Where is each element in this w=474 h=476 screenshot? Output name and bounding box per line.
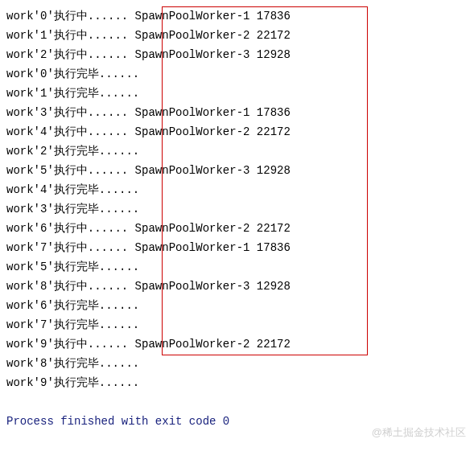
console-output: work'0'执行中...... SpawnPoolWorker-1 17836… xyxy=(6,6,468,431)
line-prefix: work'2'执行中...... xyxy=(6,48,128,61)
line-worker: SpawnPoolWorker-2 22172 xyxy=(128,125,291,138)
line-worker: SpawnPoolWorker-3 12928 xyxy=(128,164,291,177)
console-line: work'7'执行完毕...... xyxy=(6,315,468,334)
console-line: work'0'执行中...... SpawnPoolWorker-1 17836 xyxy=(6,6,468,26)
line-worker: SpawnPoolWorker-1 17836 xyxy=(128,10,291,23)
line-prefix: work'9'执行中...... xyxy=(6,338,128,351)
line-prefix: work'1'执行完毕...... xyxy=(6,87,139,100)
console-line: work'3'执行中...... SpawnPoolWorker-1 17836 xyxy=(6,103,468,122)
line-worker: SpawnPoolWorker-1 17836 xyxy=(128,241,291,254)
console-line: work'2'执行中...... SpawnPoolWorker-3 12928 xyxy=(6,45,468,64)
exit-message: Process finished with exit code 0 xyxy=(6,412,468,431)
lines-container: work'0'执行中...... SpawnPoolWorker-1 17836… xyxy=(6,6,468,392)
console-line: work'1'执行完毕...... xyxy=(6,84,468,103)
console-line: work'9'执行中...... SpawnPoolWorker-2 22172 xyxy=(6,334,468,354)
console-line: work'5'执行完毕...... xyxy=(6,257,468,277)
line-worker: SpawnPoolWorker-3 12928 xyxy=(128,48,291,61)
console-line: work'1'执行中...... SpawnPoolWorker-2 22172 xyxy=(6,26,468,45)
console-line: work'4'执行中...... SpawnPoolWorker-2 22172 xyxy=(6,122,468,142)
console-line: work'4'执行完毕...... xyxy=(6,180,468,199)
line-prefix: work'8'执行完毕...... xyxy=(6,357,139,370)
line-prefix: work'6'执行完毕...... xyxy=(6,299,139,312)
line-worker: SpawnPoolWorker-2 22172 xyxy=(128,338,291,351)
line-prefix: work'4'执行完毕...... xyxy=(6,183,139,196)
console-line: work'6'执行完毕...... xyxy=(6,296,468,315)
console-line: work'9'执行完毕...... xyxy=(6,373,468,392)
line-prefix: work'5'执行完毕...... xyxy=(6,261,139,273)
line-prefix: work'1'执行中...... xyxy=(6,29,128,42)
line-worker: SpawnPoolWorker-3 12928 xyxy=(128,280,291,293)
line-prefix: work'4'执行中...... xyxy=(6,125,128,138)
line-prefix: work'7'执行完毕...... xyxy=(6,318,139,331)
line-prefix: work'2'执行完毕...... xyxy=(6,145,139,158)
line-prefix: work'8'执行中...... xyxy=(6,280,128,293)
console-line: work'6'执行中...... SpawnPoolWorker-2 22172 xyxy=(6,219,468,238)
line-prefix: work'6'执行中...... xyxy=(6,222,128,235)
console-line: work'8'执行完毕...... xyxy=(6,354,468,373)
console-line: work'3'执行完毕...... xyxy=(6,199,468,219)
line-prefix: work'7'执行中...... xyxy=(6,241,128,254)
line-prefix: work'9'执行完毕...... xyxy=(6,376,139,389)
line-prefix: work'3'执行完毕...... xyxy=(6,203,139,215)
line-worker: SpawnPoolWorker-1 17836 xyxy=(128,106,291,119)
line-prefix: work'0'执行中...... xyxy=(6,10,128,23)
console-line: work'5'执行中...... SpawnPoolWorker-3 12928 xyxy=(6,161,468,180)
console-line: work'0'执行完毕...... xyxy=(6,64,468,84)
line-worker: SpawnPoolWorker-2 22172 xyxy=(128,29,291,42)
line-prefix: work'3'执行中...... xyxy=(6,106,128,119)
line-prefix: work'0'执行完毕...... xyxy=(6,68,139,80)
console-line: work'8'执行中...... SpawnPoolWorker-3 12928 xyxy=(6,277,468,296)
console-line: work'2'执行完毕...... xyxy=(6,142,468,161)
console-line: work'7'执行中...... SpawnPoolWorker-1 17836 xyxy=(6,238,468,257)
line-worker: SpawnPoolWorker-2 22172 xyxy=(128,222,291,235)
line-prefix: work'5'执行中...... xyxy=(6,164,128,177)
